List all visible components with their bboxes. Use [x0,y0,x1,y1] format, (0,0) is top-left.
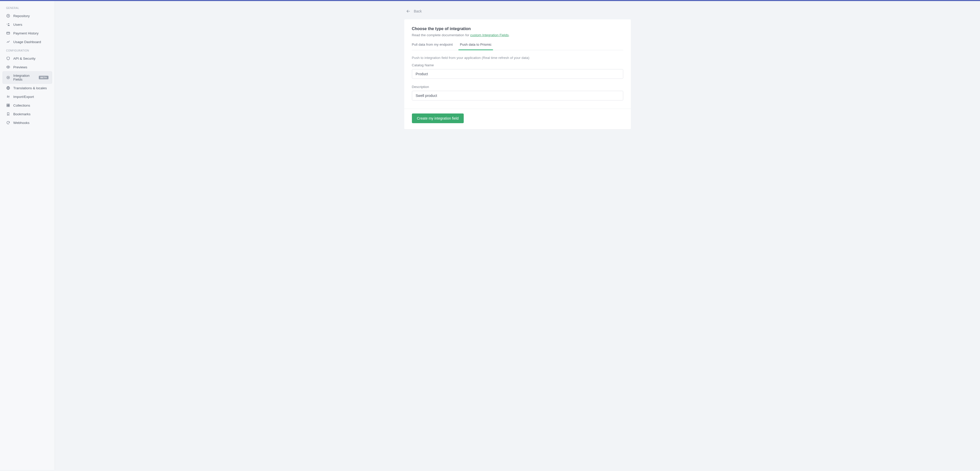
eye-icon [6,65,10,69]
sidebar: GENERAL Repository Users Payment History… [0,1,55,470]
sidebar-item-label: Import/Export [13,95,34,99]
sidebar-item-api-security[interactable]: API & Security [3,54,52,63]
sidebar-item-translations-locales[interactable]: Translations & locales [3,84,52,92]
content-wrap: Back Choose the type of integration Read… [402,1,633,140]
sidebar-item-integration-fields[interactable]: Integration Fields BETA [3,71,52,84]
back-label: Back [414,9,422,13]
sidebar-item-label: Usage Dashboard [13,40,41,44]
sidebar-item-collections[interactable]: Collections [3,101,52,109]
sidebar-item-label: Payment History [13,32,38,35]
arrow-left-icon [406,9,411,14]
tabs: Pull data from my endpoint Push data to … [412,43,623,50]
subtext-suffix: . [509,33,510,37]
svg-point-3 [8,67,9,68]
svg-rect-8 [8,104,10,105]
sidebar-item-label: Users [13,23,22,27]
import-export-icon [6,95,10,99]
svg-rect-9 [7,106,8,107]
subtext-prefix: Read the complete documentation for [412,33,470,37]
refresh-icon [6,121,10,125]
sidebar-item-usage-dashboard[interactable]: Usage Dashboard [3,38,52,46]
back-button[interactable]: Back [404,6,631,19]
sidebar-item-label: API & Security [13,57,35,60]
svg-rect-2 [6,32,10,34]
card-footer: Create my integration field [404,109,631,129]
users-icon [6,22,10,27]
sidebar-item-label: Translations & locales [13,86,47,90]
sidebar-item-users[interactable]: Users [3,20,52,29]
svg-rect-10 [8,106,10,107]
chart-line-icon [6,40,10,44]
description-label: Description [412,85,623,89]
integration-icon [6,76,10,79]
sidebar-item-label: Webhooks [13,121,30,125]
push-helper-text: Push to integration field from your appl… [412,56,623,60]
sidebar-item-label: Integration Fields [13,74,36,81]
sidebar-item-bookmarks[interactable]: Bookmarks [3,109,52,118]
sidebar-item-label: Collections [13,103,30,107]
documentation-link[interactable]: custom Integration Fields [470,33,509,37]
tab-pull-data[interactable]: Pull data from my endpoint [412,43,453,50]
sidebar-section-general: GENERAL [3,3,52,11]
sidebar-item-import-export[interactable]: Import/Export [3,92,52,101]
sidebar-item-previews[interactable]: Previews [3,63,52,71]
sidebar-item-payment-history[interactable]: Payment History [3,29,52,38]
card-body: Choose the type of integration Read the … [404,19,631,109]
panel-title: Choose the type of integration [412,27,623,31]
sidebar-item-label: Repository [13,14,30,18]
bookmark-icon [6,112,10,116]
svg-point-5 [8,77,9,78]
globe-icon [6,86,10,90]
sidebar-item-label: Bookmarks [13,112,30,116]
sidebar-item-repository[interactable]: Repository [3,11,52,20]
shield-icon [6,56,10,60]
catalog-name-label: Catalog Name [412,63,623,67]
create-integration-button[interactable]: Create my integration field [412,114,464,123]
beta-badge: BETA [39,76,48,79]
collections-icon [6,103,10,107]
svg-point-1 [8,23,9,24]
catalog-name-input[interactable] [412,69,623,79]
sidebar-item-label: Previews [13,65,27,69]
description-input[interactable] [412,91,623,100]
app-root: GENERAL Repository Users Payment History… [0,1,980,470]
main-content: Back Choose the type of integration Read… [55,1,980,470]
sidebar-section-configuration: CONFIGURATION [3,46,52,54]
svg-rect-7 [7,104,8,105]
credit-card-icon [6,31,10,35]
catalog-name-group: Catalog Name [412,63,623,79]
sidebar-item-webhooks[interactable]: Webhooks [3,118,52,127]
description-group: Description [412,85,623,100]
tab-push-data[interactable]: Push data to Prismic [460,43,492,50]
dashboard-icon [6,14,10,18]
integration-card: Choose the type of integration Read the … [404,19,631,129]
panel-subtext: Read the complete documentation for cust… [412,33,623,37]
